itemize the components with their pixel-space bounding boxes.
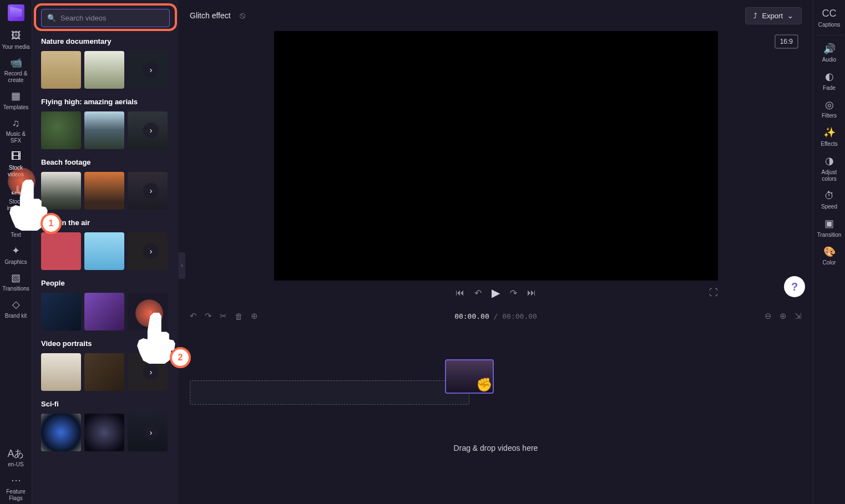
language-icon: Aあ <box>7 448 24 460</box>
app-logo-icon[interactable] <box>8 4 24 21</box>
sidebar-item-your-media[interactable]: 🖼Your media <box>1 27 32 53</box>
more-icon: ⋯ <box>11 475 21 487</box>
timeline-drop-zone[interactable]: ✊ <box>190 380 802 405</box>
category-next-button[interactable]: › <box>143 183 159 198</box>
stock-video-thumbnail[interactable] <box>84 353 124 391</box>
skip-back-button[interactable]: ⏮ <box>456 288 464 298</box>
effects-icon: ✨ <box>823 127 836 139</box>
sidebar-item-music-sfx[interactable]: ♫Music & SFX <box>1 114 32 147</box>
chevron-right-icon: › <box>150 126 153 135</box>
search-box[interactable]: 🔍 <box>41 9 170 27</box>
main-area: Glitch effect ⦸ ⤴ Export ⌄ 16:9 ⏮ ↶ ▶ ↷ … <box>179 0 813 504</box>
timecode-display: 00:00.00 / 00:00.00 <box>454 312 537 320</box>
drop-hint-text: Drag & drop videos here <box>190 444 802 452</box>
upload-icon: ⤴ <box>753 12 757 20</box>
sidebar-item-captions[interactable]: CCCaptions <box>814 4 845 30</box>
fade-icon: ◐ <box>825 71 834 83</box>
stock-video-thumbnail[interactable] <box>41 232 81 270</box>
text-icon: T <box>13 218 19 231</box>
sidebar-item-filters[interactable]: ◎Filters <box>814 96 845 122</box>
drop-outline <box>190 380 469 405</box>
play-button[interactable]: ▶ <box>492 286 500 299</box>
audio-icon: 🔊 <box>823 43 836 55</box>
sidebar-item-stock-videos[interactable]: 🎞Stock videos <box>1 147 32 180</box>
stock-video-thumbnail[interactable] <box>41 353 81 391</box>
stock-video-thumbnail[interactable] <box>84 293 124 330</box>
rewind-button[interactable]: ↶ <box>474 288 482 298</box>
stock-video-thumbnail[interactable] <box>41 293 81 330</box>
left-sidebar: 🖼Your media 📹Record & create ▦Templates … <box>0 0 32 504</box>
stock-video-thumbnail[interactable] <box>84 172 124 210</box>
stock-video-thumbnail[interactable] <box>41 172 81 210</box>
forward-button[interactable]: ↷ <box>510 288 517 298</box>
aspect-ratio-button[interactable]: 16:9 <box>775 34 798 49</box>
redo-button[interactable]: ↷ <box>205 311 212 321</box>
sidebar-item-fade[interactable]: ◐Fade <box>814 68 845 94</box>
stock-video-thumbnail[interactable] <box>41 414 81 451</box>
sidebar-item-transitions[interactable]: ▧Transitions <box>1 269 32 295</box>
add-clip-button[interactable]: ⊕ <box>251 311 258 321</box>
tutorial-step-badge: 2 <box>170 347 191 368</box>
help-button[interactable]: ? <box>784 276 805 297</box>
sidebar-item-adjust-colors[interactable]: ◑Adjust colors <box>814 152 845 185</box>
category-next-button[interactable]: › <box>143 364 159 380</box>
sidebar-item-transition[interactable]: ▣Transition <box>814 215 845 241</box>
sidebar-item-record-create[interactable]: 📹Record & create <box>1 54 32 86</box>
category-next-button[interactable]: › <box>143 123 159 138</box>
sidebar-item-brand-kit[interactable]: ◇Brand kit <box>1 296 32 322</box>
sidebar-item-text[interactable]: TText <box>1 215 32 241</box>
filters-icon: ◎ <box>825 99 834 111</box>
player-controls: ⏮ ↶ ▶ ↷ ⏭ ⛶ <box>274 281 718 305</box>
stock-video-thumbnail[interactable] <box>41 51 81 89</box>
skip-forward-button[interactable]: ⏭ <box>527 288 536 298</box>
category-title: People <box>41 279 170 287</box>
sidebar-item-feature-flags[interactable]: ⋯Feature Flags <box>1 471 32 504</box>
export-button[interactable]: ⤴ Export ⌄ <box>745 7 802 24</box>
chevron-right-icon: › <box>150 368 153 376</box>
brand-kit-icon: ◇ <box>12 299 20 311</box>
video-preview[interactable] <box>274 31 718 281</box>
eraser-icon[interactable]: ⦸ <box>240 11 245 21</box>
stock-video-thumbnail[interactable] <box>84 51 124 89</box>
sidebar-item-speed[interactable]: ⏱Speed <box>814 187 845 213</box>
captions-icon: CC <box>822 8 837 20</box>
fit-timeline-button[interactable]: ⇲ <box>795 311 802 321</box>
chevron-right-icon: › <box>150 428 153 437</box>
stock-video-thumbnail[interactable] <box>84 232 124 270</box>
undo-button[interactable]: ↶ <box>190 311 197 321</box>
zoom-out-button[interactable]: ⊖ <box>765 311 772 321</box>
sidebar-item-graphics[interactable]: ✦Graphics <box>1 242 32 268</box>
transitions-icon: ▧ <box>11 272 21 284</box>
category-next-button[interactable]: › <box>143 243 159 259</box>
adjust-colors-icon: ◑ <box>825 155 834 167</box>
delete-button[interactable]: 🗑 <box>235 312 243 321</box>
split-button[interactable]: ✂ <box>220 311 227 321</box>
transition-icon: ▣ <box>824 218 834 230</box>
project-title[interactable]: Glitch effect <box>190 11 231 20</box>
sidebar-item-stock-images[interactable]: 🏞Stock images <box>1 181 32 214</box>
category-title: Beach footage <box>41 158 170 166</box>
stock-video-thumbnail[interactable] <box>84 414 124 451</box>
sidebar-item-effects[interactable]: ✨Effects <box>814 124 845 150</box>
category-next-button[interactable]: › <box>143 304 159 319</box>
fullscreen-button[interactable]: ⛶ <box>709 288 718 298</box>
chevron-right-icon: › <box>150 65 153 74</box>
color-icon: 🎨 <box>823 246 836 258</box>
video-icon: 🎞 <box>11 151 21 163</box>
category-title: Flying high: amazing aerials <box>41 98 170 106</box>
sidebar-item-language[interactable]: Aあen-US <box>1 445 32 471</box>
search-input[interactable] <box>60 14 164 22</box>
timeline-area[interactable]: ✊ Drag & drop videos here <box>179 327 813 504</box>
sidebar-item-audio[interactable]: 🔊Audio <box>814 40 845 66</box>
category-next-button[interactable]: › <box>143 425 159 440</box>
stock-categories-list[interactable]: Nature documentary › Flying high: amazin… <box>32 33 179 504</box>
right-sidebar: CCCaptions 🔊Audio ◐Fade ◎Filters ✨Effect… <box>813 0 845 504</box>
stock-video-thumbnail[interactable] <box>41 111 81 149</box>
zoom-in-button[interactable]: ⊕ <box>780 311 787 321</box>
sidebar-item-templates[interactable]: ▦Templates <box>1 87 32 113</box>
stock-video-thumbnail[interactable] <box>84 111 124 149</box>
category-next-button[interactable]: › <box>143 62 159 78</box>
sidebar-item-color[interactable]: 🎨Color <box>814 243 845 269</box>
top-bar: Glitch effect ⦸ ⤴ Export ⌄ <box>179 0 813 31</box>
category-title: Sci-fi <box>41 400 170 408</box>
